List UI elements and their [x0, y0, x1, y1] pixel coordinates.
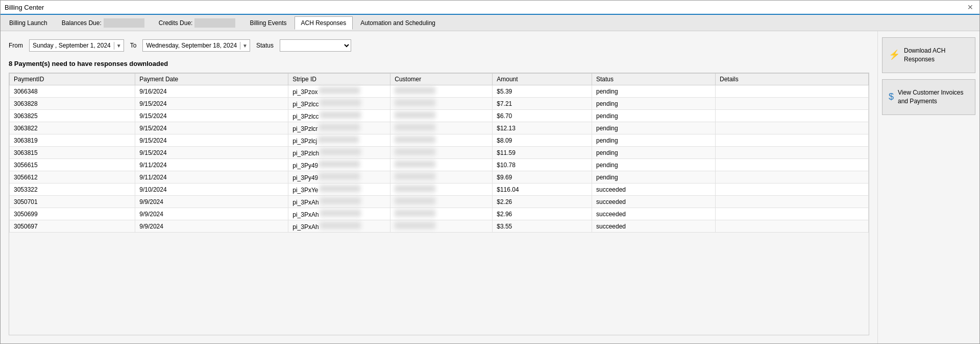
cell-customer: [390, 208, 493, 220]
table-row[interactable]: 30638199/15/2024pi_3Pzlcj$8.09pending: [10, 134, 869, 147]
cell-details: [716, 110, 869, 122]
cell-payment-date: 9/11/2024: [135, 159, 288, 171]
cell-amount: $6.70: [493, 110, 592, 122]
cell-details: [716, 184, 869, 196]
cell-payment-id: 3050701: [10, 196, 135, 208]
tab-bar: Billing Launch Balances Due: Credits Due…: [1, 15, 979, 31]
cell-stripe-id: pi_3Py49: [288, 159, 390, 171]
credits-due-value: [194, 18, 235, 28]
cell-stripe-id: pi_3Pzlch: [288, 147, 390, 159]
cell-customer: [390, 122, 493, 134]
from-date-picker[interactable]: Sunday , September 1, 2024 ▼: [29, 39, 124, 52]
to-date-picker[interactable]: Wednesday, September 18, 2024 ▼: [142, 39, 250, 52]
table-row[interactable]: 30507019/9/2024pi_3PxAh$2.26succeeded: [10, 196, 869, 208]
from-date-arrow-icon[interactable]: ▼: [114, 42, 124, 50]
table-row[interactable]: 30638259/15/2024pi_3Pzlcc$6.70pending: [10, 110, 869, 122]
table-row[interactable]: 30566129/11/2024pi_3Py49$9.69pending: [10, 171, 869, 184]
cell-amount: $7.21: [493, 98, 592, 110]
status-select[interactable]: pending succeeded: [280, 39, 351, 52]
cell-customer: [390, 184, 493, 196]
tab-automation-scheduling[interactable]: Automation and Scheduling: [354, 16, 442, 30]
cell-details: [716, 196, 869, 208]
filter-row: From Sunday , September 1, 2024 ▼ To Wed…: [9, 39, 869, 52]
cell-status: pending: [592, 159, 715, 171]
table-row[interactable]: 30638159/15/2024pi_3Pzlch$11.59pending: [10, 147, 869, 159]
tab-ach-responses[interactable]: ACH Responses: [295, 16, 353, 30]
cell-status: pending: [592, 134, 715, 147]
summary-text: 8 Payment(s) need to have responses down…: [9, 60, 869, 67]
col-customer: Customer: [390, 74, 493, 85]
download-ach-label: Download ACH Responses: [904, 47, 969, 64]
cell-status: pending: [592, 110, 715, 122]
billing-center-window: Billing Center ✕ Billing Launch Balances…: [0, 0, 980, 344]
cell-stripe-id: pi_3PxYe: [288, 184, 390, 196]
table-row[interactable]: 30566159/11/2024pi_3Py49$10.78pending: [10, 159, 869, 171]
cell-stripe-id: pi_3Pzlcj: [288, 134, 390, 147]
cell-details: [716, 85, 869, 98]
cell-stripe-id: pi_3Pzlcc: [288, 110, 390, 122]
tab-billing-events[interactable]: Billing Events: [243, 16, 293, 30]
cell-customer: [390, 85, 493, 98]
cell-customer: [390, 110, 493, 122]
view-customer-button[interactable]: $ View Customer Invoices and Payments: [882, 79, 975, 115]
table-row[interactable]: 30638229/15/2024pi_3Pzlcr$12.13pending: [10, 122, 869, 134]
right-panel: ⚡ Download ACH Responses $ View Customer…: [877, 31, 979, 343]
table-row[interactable]: 30506999/9/2024pi_3PxAh$2.96succeeded: [10, 208, 869, 220]
title-bar: Billing Center ✕: [1, 1, 979, 15]
cell-amount: $10.78: [493, 159, 592, 171]
close-button[interactable]: ✕: [965, 2, 975, 12]
download-ach-button[interactable]: ⚡ Download ACH Responses: [882, 37, 975, 73]
cell-status: pending: [592, 85, 715, 98]
cell-amount: $12.13: [493, 122, 592, 134]
col-payment-date: Payment Date: [135, 74, 288, 85]
cell-status: succeeded: [592, 184, 715, 196]
cell-payment-id: 3050697: [10, 220, 135, 233]
cell-payment-id: 3056615: [10, 159, 135, 171]
cell-stripe-id: pi_3Pzlcc: [288, 98, 390, 110]
window-title: Billing Center: [5, 4, 44, 11]
status-label: Status: [256, 42, 274, 49]
cell-amount: $2.26: [493, 196, 592, 208]
cell-status: pending: [592, 171, 715, 184]
cell-stripe-id: pi_3PxAh: [288, 208, 390, 220]
col-status: Status: [592, 74, 715, 85]
cell-details: [716, 220, 869, 233]
col-stripe-id: Stripe ID: [288, 74, 390, 85]
cell-payment-date: 9/11/2024: [135, 171, 288, 184]
cell-details: [716, 159, 869, 171]
table-row[interactable]: 30533229/10/2024pi_3PxYe$116.04succeeded: [10, 184, 869, 196]
cell-details: [716, 134, 869, 147]
cell-amount: $11.59: [493, 147, 592, 159]
cell-status: succeeded: [592, 196, 715, 208]
cell-amount: $116.04: [493, 184, 592, 196]
cell-payment-id: 3063825: [10, 110, 135, 122]
table-row[interactable]: 30638289/15/2024pi_3Pzlcc$7.21pending: [10, 98, 869, 110]
cell-payment-date: 9/15/2024: [135, 122, 288, 134]
cell-details: [716, 208, 869, 220]
cell-payment-date: 9/15/2024: [135, 110, 288, 122]
cell-amount: $9.69: [493, 171, 592, 184]
dollar-icon: $: [889, 90, 894, 103]
cell-payment-id: 3066348: [10, 85, 135, 98]
cell-details: [716, 122, 869, 134]
col-payment-id: PaymentID: [10, 74, 135, 85]
cell-payment-date: 9/15/2024: [135, 98, 288, 110]
cell-payment-id: 3063819: [10, 134, 135, 147]
to-date-arrow-icon[interactable]: ▼: [240, 42, 250, 50]
tab-credits-due[interactable]: Credits Due:: [152, 16, 242, 30]
payments-table: PaymentID Payment Date Stripe ID Custome…: [9, 73, 869, 233]
cell-payment-id: 3053322: [10, 184, 135, 196]
tab-billing-launch[interactable]: Billing Launch: [3, 16, 54, 30]
cell-amount: $5.39: [493, 85, 592, 98]
tab-balances-due[interactable]: Balances Due:: [55, 16, 151, 30]
cell-stripe-id: pi_3Pzlcr: [288, 122, 390, 134]
payments-table-container[interactable]: PaymentID Payment Date Stripe ID Custome…: [9, 73, 869, 335]
table-row[interactable]: 30663489/16/2024pi_3Pzox$5.39pending: [10, 85, 869, 98]
from-date-value: Sunday , September 1, 2024: [30, 41, 114, 50]
col-amount: Amount: [493, 74, 592, 85]
table-row[interactable]: 30506979/9/2024pi_3PxAh$3.55succeeded: [10, 220, 869, 233]
cell-status: pending: [592, 98, 715, 110]
main-content: From Sunday , September 1, 2024 ▼ To Wed…: [1, 31, 979, 343]
cell-amount: $2.96: [493, 208, 592, 220]
cell-payment-date: 9/10/2024: [135, 184, 288, 196]
